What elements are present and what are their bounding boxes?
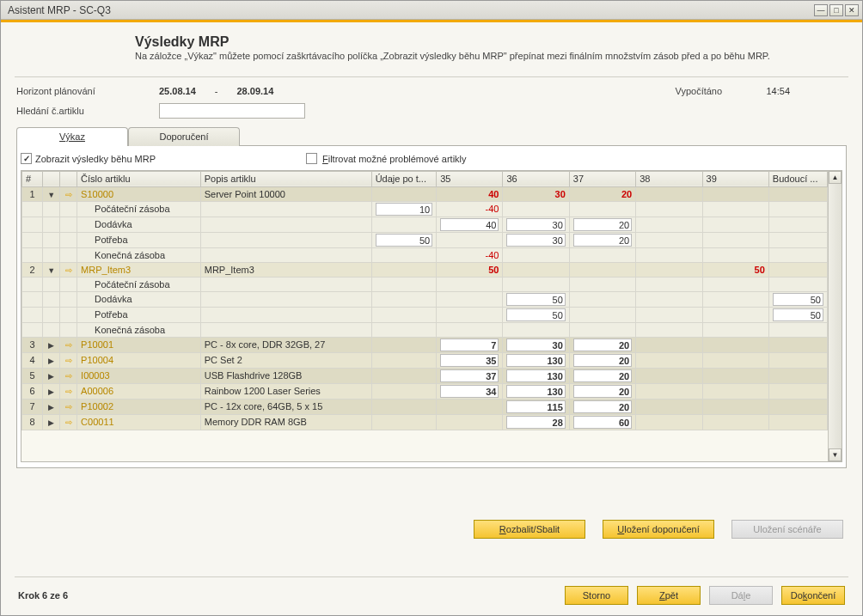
scroll-down-icon[interactable]: ▼ — [829, 448, 842, 461]
col-future[interactable]: Budoucí ... — [768, 171, 827, 186]
table-row[interactable]: 8 ▶ ⇨ C00011 Memory DDR RAM 8GB 28 60 — [22, 414, 828, 430]
search-row: Hledání č.artiklu — [16, 103, 847, 119]
page-title: Výsledky MRP — [135, 34, 848, 50]
col-udaj[interactable]: Údaje po t... — [371, 171, 437, 186]
finish-button[interactable]: DokončeníDokončení — [781, 586, 845, 605]
save-scenario-button: Uložení scénáře — [731, 520, 843, 539]
col-desc[interactable]: Popis artiklu — [200, 171, 371, 186]
arrow-icon: ⇨ — [65, 190, 72, 199]
grid-table: # Číslo artiklu Popis artiklu Údaje po t… — [21, 171, 828, 430]
article-link[interactable]: A00006 — [81, 386, 113, 396]
filter-problem-checkbox[interactable] — [306, 153, 317, 164]
col-article[interactable]: Číslo artiklu — [77, 171, 201, 186]
table-row[interactable]: 1 ▼ ⇨ S10000 Server Point 10000 40 30 20 — [22, 186, 828, 201]
calc-time: 14:54 — [766, 86, 790, 96]
table-row[interactable]: 6 ▶ ⇨ A00006 Rainbow 1200 Laser Series 3… — [22, 383, 828, 399]
window: Asistent MRP - SC-Q3 — □ ✕ Výsledky MRP … — [0, 0, 863, 616]
expand-icon[interactable]: ▶ — [48, 341, 54, 350]
arrow-icon: ⇨ — [65, 387, 72, 396]
table-row[interactable]: 7 ▶ ⇨ P10002 PC - 12x core, 64GB, 5 x 15… — [22, 399, 828, 414]
back-button[interactable]: ZpětZpět — [637, 586, 701, 605]
filter-problem-label: FFiltrovat možné problémové artiklyiltro… — [322, 154, 467, 164]
grid-blank-area — [21, 430, 828, 461]
vscrollbar[interactable]: ▲ ▼ — [828, 171, 842, 461]
col-39[interactable]: 39 — [702, 171, 768, 186]
table-row[interactable]: 3 ▶ ⇨ P10001 PC - 8x core, DDR 32GB, 27 … — [22, 337, 828, 352]
arrow-icon: ⇨ — [65, 265, 72, 275]
cancel-button[interactable]: Storno — [565, 586, 628, 605]
col-icon[interactable] — [60, 171, 77, 186]
article-link[interactable]: C00011 — [81, 417, 114, 427]
action-row: Rozbalit/SbalitRozbalit/Sbalit Uložení d… — [15, 520, 848, 539]
show-results-label: Zobrazit výsledky běhu MRP — [35, 154, 156, 164]
expand-icon[interactable]: ▶ — [48, 403, 54, 412]
window-title: Asistent MRP - SC-Q3 — [4, 4, 111, 16]
date-sep: - — [215, 86, 218, 96]
tab-vykaz[interactable]: Výkaz — [16, 127, 128, 146]
table-subrow: Konečná zásoba -40 — [22, 247, 828, 262]
grid[interactable]: # Číslo artiklu Popis artiklu Údaje po t… — [21, 171, 828, 461]
article-link[interactable]: MRP_Item3 — [81, 265, 131, 275]
expand-icon[interactable]: ▶ — [48, 357, 54, 365]
table-subrow: Dodávka 40 30 20 — [22, 217, 828, 232]
search-input[interactable] — [159, 103, 305, 119]
show-results-checkbox[interactable] — [21, 153, 32, 164]
table-row[interactable]: 2 ▼ ⇨ MRP_Item3 MRP_Item3 50 50 — [22, 262, 828, 277]
maximize-icon[interactable]: □ — [829, 4, 843, 16]
footer: Krok 6 ze 6 Storno ZpětZpět DáleDále Dok… — [15, 576, 848, 608]
table-row[interactable]: 4 ▶ ⇨ P10004 PC Set 2 35 130 20 — [22, 352, 828, 368]
window-controls: — □ ✕ — [814, 4, 859, 16]
tab-doporuceni[interactable]: Doporučení — [128, 127, 240, 146]
form-area: Horizont plánování 25.08.14 - 28.09.14 V… — [15, 86, 848, 468]
grid-wrap: # Číslo artiklu Popis artiklu Údaje po t… — [21, 170, 842, 462]
titlebar: Asistent MRP - SC-Q3 — □ ✕ — [1, 1, 862, 20]
horizon-row: Horizont plánování 25.08.14 - 28.09.14 V… — [16, 86, 847, 96]
arrow-icon: ⇨ — [65, 418, 72, 427]
expand-icon[interactable]: ▶ — [48, 372, 54, 381]
col-expand[interactable] — [43, 171, 60, 186]
expand-collapse-button[interactable]: Rozbalit/SbalitRozbalit/Sbalit — [474, 520, 585, 539]
table-subrow: Dodávka 50 50 — [22, 291, 828, 307]
calc-label: Vypočítáno — [675, 86, 752, 96]
table-row[interactable]: 5 ▶ ⇨ I00003 USB Flashdrive 128GB 37 130… — [22, 368, 828, 383]
close-icon[interactable]: ✕ — [845, 4, 859, 16]
tab-panel: Zobrazit výsledky běhu MRP FFiltrovat mo… — [16, 145, 847, 468]
search-label: Hledání č.artiklu — [16, 106, 145, 116]
article-link[interactable]: I00003 — [81, 370, 110, 381]
col-36[interactable]: 36 — [503, 171, 569, 186]
date-from: 25.08.14 — [159, 86, 196, 96]
content: Výsledky MRP Na záložce „Výkaz" můžete p… — [1, 22, 862, 615]
divider — [15, 76, 848, 77]
tab-bar: Výkaz Doporučení — [16, 127, 847, 146]
step-label: Krok 6 ze 6 — [18, 590, 68, 601]
page-header: Výsledky MRP Na záložce „Výkaz" můžete p… — [15, 31, 848, 71]
arrow-icon: ⇨ — [65, 402, 72, 412]
expand-icon[interactable]: ▼ — [47, 266, 55, 275]
article-link[interactable]: S10000 — [81, 189, 113, 199]
expand-icon[interactable]: ▶ — [48, 387, 54, 396]
table-subrow: Potřeba 50 50 — [22, 307, 828, 322]
expand-icon[interactable]: ▼ — [47, 191, 55, 199]
footer-buttons: Storno ZpětZpět DáleDále DokončeníDokonč… — [565, 586, 845, 605]
col-37[interactable]: 37 — [569, 171, 635, 186]
table-subrow: Počáteční zásoba 10 -40 — [22, 201, 828, 217]
scroll-up-icon[interactable]: ▲ — [829, 171, 842, 184]
arrow-icon: ⇨ — [65, 356, 72, 365]
checkbox-row: Zobrazit výsledky běhu MRP FFiltrovat mo… — [21, 149, 842, 168]
next-button: DáleDále — [709, 586, 773, 605]
arrow-icon: ⇨ — [65, 371, 72, 381]
date-to: 28.09.14 — [237, 86, 274, 96]
expand-icon[interactable]: ▶ — [48, 418, 54, 427]
minimize-icon[interactable]: — — [814, 4, 828, 16]
save-recommendation-button[interactable]: Uložení doporučeníUložení doporučení — [603, 520, 714, 539]
table-subrow: Potřeba 50 30 20 — [22, 232, 828, 247]
grid-header-row: # Číslo artiklu Popis artiklu Údaje po t… — [22, 171, 828, 186]
article-link[interactable]: P10002 — [81, 401, 113, 412]
col-38[interactable]: 38 — [636, 171, 702, 186]
arrow-icon: ⇨ — [65, 340, 72, 350]
article-link[interactable]: P10001 — [81, 339, 113, 350]
col-35[interactable]: 35 — [437, 171, 503, 186]
horizon-label: Horizont plánování — [16, 86, 145, 96]
article-link[interactable]: P10004 — [81, 355, 113, 365]
col-num[interactable]: # — [22, 171, 43, 186]
